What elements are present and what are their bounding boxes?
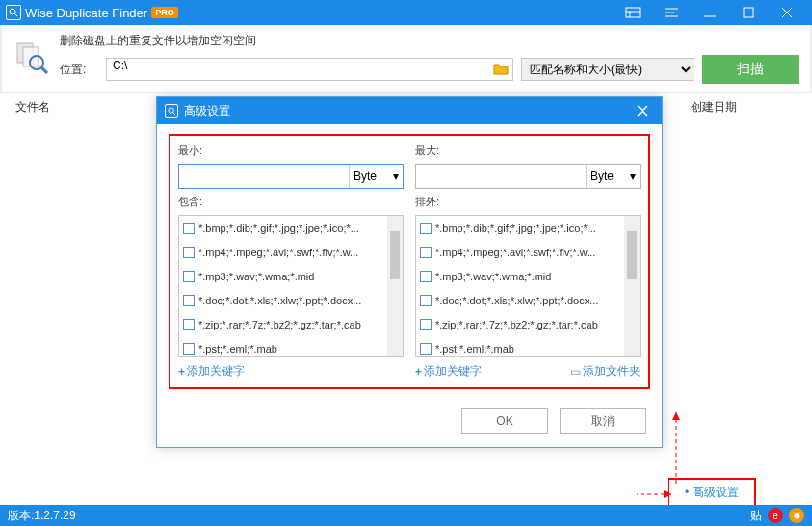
checkbox[interactable] [420, 295, 432, 306]
dialog-titlebar: 高级设置 [157, 97, 662, 124]
exclude-label: 排外: [415, 195, 641, 209]
settings-icon[interactable]: ✹ [789, 508, 804, 523]
location-label: 位置: [60, 62, 98, 78]
list-item[interactable]: *.doc;*.dot;*.xls;*.xlw;*.ppt;*.docx... [179, 288, 403, 312]
plus-icon: + [415, 365, 422, 379]
checkbox[interactable] [420, 343, 432, 355]
header-description: 删除磁盘上的重复文件以增加空闲空间 [60, 33, 799, 49]
max-size-field[interactable] [416, 165, 586, 188]
checkbox[interactable] [183, 271, 195, 282]
min-unit-select[interactable]: Byte▾ [349, 165, 403, 188]
add-keyword-link[interactable]: +添加关键字 [415, 363, 482, 380]
svg-rect-9 [744, 8, 753, 17]
checkbox[interactable] [420, 319, 432, 330]
status-bar: 版本: 1.2.7.29 贴 e ✹ [0, 505, 812, 526]
max-label: 最大: [415, 144, 641, 158]
checkbox[interactable] [420, 271, 432, 282]
maximize-button[interactable] [729, 0, 768, 25]
min-size-field[interactable] [179, 165, 349, 188]
location-input[interactable]: C:\ [106, 58, 513, 81]
list-item[interactable]: *.mp4;*.mpeg;*.avi;*.swf;*.flv;*.w... [179, 240, 403, 264]
menu-button[interactable] [652, 0, 691, 25]
header-logo [13, 39, 52, 78]
app-icon [6, 5, 21, 20]
list-item[interactable]: *.pst;*.eml;*.mab [179, 336, 403, 357]
list-item[interactable]: *.zip;*.rar;*.7z;*.bz2;*.gz;*.tar;*.cab [416, 312, 640, 336]
exclude-pane: 最大: Byte▾ 排外: *.bmp;*.dib;*.gif;*.jpg;*.… [415, 144, 641, 380]
advanced-settings-dialog: 高级设置 最小: Byte▾ 包含: *.bmp;*.dib;*.gif;*.j… [156, 96, 663, 448]
checkbox[interactable] [183, 223, 195, 234]
list-item[interactable]: *.doc;*.dot;*.xls;*.xlw;*.ppt;*.docx... [416, 288, 640, 312]
chevron-down-icon: ▾ [630, 170, 636, 183]
checkbox[interactable] [183, 343, 195, 355]
include-list[interactable]: *.bmp;*.dib;*.gif;*.jpg;*.jpe;*.ico;*...… [178, 215, 404, 357]
dialog-close-button[interactable] [631, 99, 654, 122]
include-pane: 最小: Byte▾ 包含: *.bmp;*.dib;*.gif;*.jpg;*.… [178, 144, 404, 380]
include-label: 包含: [178, 195, 404, 209]
max-size-input[interactable]: Byte▾ [415, 164, 641, 189]
folder-icon: ▭ [570, 365, 581, 379]
checkbox[interactable] [183, 295, 195, 306]
column-created[interactable]: 创建日期 [691, 99, 797, 116]
weibo-icon[interactable]: e [768, 508, 783, 523]
checkbox[interactable] [183, 319, 195, 330]
header-panel: 删除磁盘上的重复文件以增加空闲空间 位置: C:\ 匹配名称和大小(最快) 扫描 [0, 25, 812, 93]
version-label: 版本: [8, 508, 34, 524]
min-label: 最小: [178, 144, 404, 158]
minimize-button[interactable] [691, 0, 729, 25]
list-item[interactable]: *.mp4;*.mpeg;*.avi;*.swf;*.flv;*.w... [416, 240, 640, 264]
checkbox[interactable] [183, 247, 195, 258]
dialog-title: 高级设置 [184, 103, 230, 119]
svg-marker-21 [672, 412, 680, 420]
svg-line-17 [172, 112, 175, 115]
pro-badge: PRO [151, 7, 178, 18]
dialog-icon [165, 104, 178, 118]
app-title: Wise Duplicate Finder [25, 6, 147, 20]
list-item[interactable]: *.mp3;*.wav;*.wma;*.mid [416, 264, 640, 288]
list-item[interactable]: *.pst;*.eml;*.mab [416, 336, 640, 357]
scrollbar[interactable] [387, 216, 403, 356]
exclude-list[interactable]: *.bmp;*.dib;*.gif;*.jpg;*.jpe;*.ico;*...… [415, 215, 641, 357]
ok-button[interactable]: OK [461, 408, 548, 434]
scrollbar[interactable] [624, 216, 640, 356]
lang-button[interactable] [614, 0, 652, 25]
advanced-settings-box: 高级设置 [668, 478, 756, 508]
scan-button[interactable]: 扫描 [702, 55, 799, 84]
checkbox[interactable] [420, 247, 432, 258]
title-bar: Wise Duplicate Finder PRO [0, 0, 812, 25]
chevron-down-icon: ▾ [393, 170, 399, 183]
list-item[interactable]: *.bmp;*.dib;*.gif;*.jpg;*.jpe;*.ico;*... [416, 216, 640, 240]
svg-line-15 [41, 67, 47, 73]
highlight-box: 最小: Byte▾ 包含: *.bmp;*.dib;*.gif;*.jpg;*.… [169, 134, 650, 389]
add-folder-link[interactable]: ▭添加文件夹 [570, 363, 641, 380]
close-button[interactable] [768, 0, 806, 25]
list-item[interactable]: *.mp3;*.wav;*.wma;*.mid [179, 264, 403, 288]
cancel-button[interactable]: 取消 [560, 408, 646, 434]
add-keyword-link[interactable]: +添加关键字 [178, 363, 245, 380]
list-item[interactable]: *.bmp;*.dib;*.gif;*.jpg;*.jpe;*.ico;*... [179, 216, 403, 240]
plus-icon: + [178, 365, 185, 379]
tieba-link[interactable]: 贴 [750, 508, 762, 524]
checkbox[interactable] [420, 223, 432, 234]
match-mode-select[interactable]: 匹配名称和大小(最快) [521, 58, 694, 81]
folder-icon[interactable] [493, 62, 509, 77]
svg-line-1 [14, 13, 17, 16]
list-item[interactable]: *.zip;*.rar;*.7z;*.bz2;*.gz;*.tar;*.cab [179, 312, 403, 336]
max-unit-select[interactable]: Byte▾ [586, 165, 640, 188]
advanced-settings-link[interactable]: 高级设置 [685, 486, 739, 499]
min-size-input[interactable]: Byte▾ [178, 164, 404, 189]
svg-rect-2 [626, 8, 640, 17]
version-value: 1.2.7.29 [34, 509, 75, 522]
